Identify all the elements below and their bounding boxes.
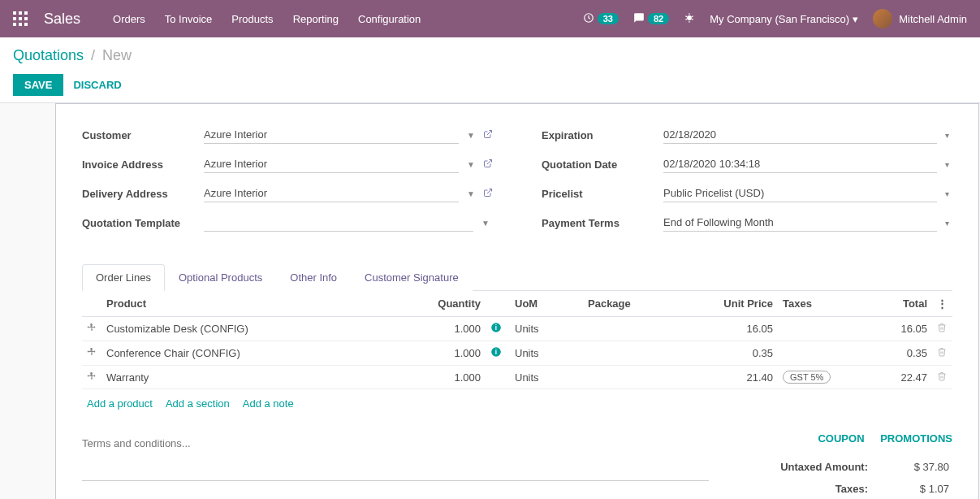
th-options-icon[interactable]: ⋮ bbox=[932, 291, 952, 317]
quotation-template-field[interactable] bbox=[204, 214, 473, 232]
expiration-field[interactable] bbox=[663, 126, 937, 144]
invoice-address-field[interactable] bbox=[204, 155, 459, 173]
delete-row-icon[interactable] bbox=[932, 366, 952, 389]
coupon-button[interactable]: COUPON bbox=[818, 432, 864, 445]
svg-rect-5 bbox=[24, 17, 28, 20]
app-title[interactable]: Sales bbox=[44, 11, 80, 28]
row-taxes[interactable]: GST 5% bbox=[778, 366, 851, 389]
row-taxes[interactable] bbox=[778, 341, 851, 366]
drag-handle-icon[interactable] bbox=[82, 317, 101, 341]
tab-order-lines[interactable]: Order Lines bbox=[82, 264, 165, 291]
row-unit-price[interactable]: 21.40 bbox=[697, 366, 778, 389]
info-icon[interactable]: i bbox=[490, 322, 503, 334]
row-uom[interactable]: Units bbox=[510, 366, 583, 389]
tab-other-info[interactable]: Other Info bbox=[276, 264, 351, 291]
drag-handle-icon[interactable] bbox=[82, 341, 101, 366]
taxes-value: $ 1.07 bbox=[892, 483, 949, 495]
quotation-date-label: Quotation Date bbox=[542, 158, 663, 171]
caret-down-icon[interactable]: ▼ bbox=[464, 189, 478, 198]
row-total: 16.05 bbox=[851, 317, 932, 341]
svg-rect-8 bbox=[24, 23, 28, 26]
external-link-icon[interactable] bbox=[483, 158, 493, 171]
caret-down-icon[interactable]: ▾ bbox=[942, 131, 952, 140]
add-note-link[interactable]: Add a note bbox=[243, 397, 294, 410]
row-info[interactable]: i bbox=[486, 341, 510, 366]
row-quantity[interactable]: 1.000 bbox=[412, 317, 486, 341]
row-package[interactable] bbox=[583, 317, 697, 341]
promotions-button[interactable]: PROMOTIONS bbox=[880, 432, 952, 445]
add-section-link[interactable]: Add a section bbox=[166, 397, 230, 410]
svg-rect-7 bbox=[19, 23, 22, 26]
order-lines-table: Product Quantity UoM Package Unit Price … bbox=[82, 291, 952, 389]
caret-down-icon: ▾ bbox=[853, 13, 858, 25]
add-product-link[interactable]: Add a product bbox=[87, 397, 153, 410]
quotation-date-field[interactable] bbox=[663, 155, 937, 173]
pricelist-field[interactable] bbox=[663, 184, 937, 202]
caret-down-icon[interactable]: ▼ bbox=[478, 219, 493, 228]
apps-icon[interactable] bbox=[13, 11, 28, 26]
row-product[interactable]: Customizable Desk (CONFIG) bbox=[101, 317, 412, 341]
breadcrumb-current: New bbox=[102, 47, 132, 63]
company-selector[interactable]: My Company (San Francisco) ▾ bbox=[710, 13, 858, 25]
row-quantity[interactable]: 1.000 bbox=[412, 366, 486, 389]
th-taxes: Taxes bbox=[778, 291, 851, 317]
terms-input[interactable] bbox=[82, 432, 709, 481]
customer-field[interactable] bbox=[204, 126, 459, 144]
row-unit-price[interactable]: 0.35 bbox=[697, 341, 778, 366]
th-unit-price: Unit Price bbox=[697, 291, 778, 317]
caret-down-icon[interactable]: ▼ bbox=[464, 131, 478, 140]
row-taxes[interactable] bbox=[778, 317, 851, 341]
delete-row-icon[interactable] bbox=[932, 341, 952, 366]
user-menu[interactable]: Mitchell Admin bbox=[873, 9, 967, 28]
nav-to-invoice[interactable]: To Invoice bbox=[165, 13, 213, 25]
nav-orders[interactable]: Orders bbox=[113, 13, 145, 25]
untaxed-value: $ 37.80 bbox=[892, 461, 949, 473]
caret-down-icon[interactable]: ▾ bbox=[942, 219, 952, 228]
debug-icon[interactable] bbox=[684, 12, 695, 26]
external-link-icon[interactable] bbox=[483, 188, 493, 200]
svg-line-13 bbox=[686, 15, 688, 16]
activities-badge: 33 bbox=[598, 13, 619, 24]
tab-customer-signature[interactable]: Customer Signature bbox=[351, 264, 473, 291]
info-icon[interactable]: i bbox=[490, 346, 503, 358]
delete-row-icon[interactable] bbox=[932, 317, 952, 341]
tab-optional-products[interactable]: Optional Products bbox=[165, 264, 276, 291]
svg-rect-3 bbox=[13, 17, 16, 20]
row-quantity[interactable]: 1.000 bbox=[412, 341, 486, 366]
save-button[interactable]: SAVE bbox=[13, 74, 63, 96]
tax-tag[interactable]: GST 5% bbox=[783, 371, 831, 384]
table-row[interactable]: Warranty1.000Units21.40GST 5%22.47 bbox=[82, 366, 952, 389]
delivery-address-field[interactable] bbox=[204, 184, 459, 202]
breadcrumb-root[interactable]: Quotations bbox=[13, 47, 84, 63]
row-unit-price[interactable]: 16.05 bbox=[697, 317, 778, 341]
activities-indicator[interactable]: 33 bbox=[583, 12, 619, 26]
svg-line-18 bbox=[487, 159, 492, 164]
row-uom[interactable]: Units bbox=[510, 317, 583, 341]
untaxed-label: Untaxed Amount: bbox=[728, 461, 868, 473]
nav-menu: Orders To Invoice Products Reporting Con… bbox=[113, 13, 421, 25]
caret-down-icon[interactable]: ▼ bbox=[464, 160, 478, 169]
row-info[interactable]: i bbox=[486, 317, 510, 341]
payment-terms-field[interactable] bbox=[663, 214, 937, 232]
row-package[interactable] bbox=[583, 341, 697, 366]
row-package[interactable] bbox=[583, 366, 697, 389]
row-uom[interactable]: Units bbox=[510, 341, 583, 366]
nav-configuration[interactable]: Configuration bbox=[358, 13, 421, 25]
table-row[interactable]: Conference Chair (CONFIG)1.000iUnits0.35… bbox=[82, 341, 952, 366]
table-row[interactable]: Customizable Desk (CONFIG)1.000iUnits16.… bbox=[82, 317, 952, 341]
caret-down-icon[interactable]: ▾ bbox=[942, 160, 952, 169]
messages-indicator[interactable]: 82 bbox=[633, 12, 669, 26]
svg-rect-4 bbox=[19, 17, 22, 20]
top-nav: Sales Orders To Invoice Products Reporti… bbox=[0, 0, 980, 37]
discard-button[interactable]: DISCARD bbox=[73, 79, 121, 91]
caret-down-icon[interactable]: ▾ bbox=[942, 189, 952, 198]
row-product[interactable]: Warranty bbox=[101, 366, 412, 389]
nav-reporting[interactable]: Reporting bbox=[293, 13, 339, 25]
drag-handle-icon[interactable] bbox=[82, 366, 101, 389]
nav-products[interactable]: Products bbox=[231, 13, 273, 25]
totals-area: COUPON PROMOTIONS Untaxed Amount: $ 37.8… bbox=[725, 432, 952, 499]
quotation-template-label: Quotation Template bbox=[82, 217, 204, 229]
external-link-icon[interactable] bbox=[483, 129, 493, 141]
expiration-label: Expiration bbox=[542, 129, 663, 141]
row-product[interactable]: Conference Chair (CONFIG) bbox=[101, 341, 412, 366]
